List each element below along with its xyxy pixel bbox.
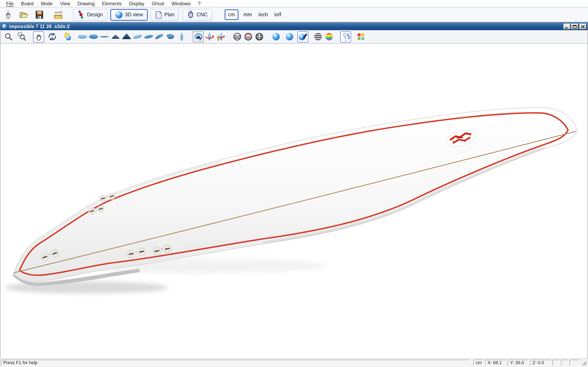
design-mode-icon <box>78 11 85 19</box>
view-top-button[interactable] <box>77 31 88 42</box>
document-titlebar[interactable]: impossible 7 11 26 .s3dx:2 <box>0 22 588 30</box>
application-window: File Board Mode View Drawing Elements Di… <box>0 0 588 367</box>
pan-hand-icon <box>34 32 43 41</box>
3d-view-label: 3D view <box>125 12 143 17</box>
view-outline-button[interactable] <box>176 31 187 42</box>
auto-rotate-icon <box>193 32 203 42</box>
wireframe-red-sphere-icon <box>243 32 252 41</box>
3d-view-icon <box>115 11 123 18</box>
color-squares-button[interactable] <box>355 31 366 42</box>
menu-board[interactable]: Board <box>17 1 37 6</box>
menu-bar: File Board Mode View Drawing Elements Di… <box>0 0 588 7</box>
maximize-icon <box>572 25 577 28</box>
open-button[interactable] <box>17 8 30 21</box>
status-bar: Press F1 for help cm X: 68.1 Y: 36.0 Z: … <box>0 359 588 366</box>
rotate-axis-icon <box>204 32 214 42</box>
close-button[interactable] <box>579 24 586 29</box>
design-mode-button[interactable]: Design <box>73 9 107 21</box>
auto-rotate-button[interactable] <box>193 31 204 42</box>
rotate-flip-icon <box>215 32 225 42</box>
three-quarter-back-button[interactable] <box>165 31 176 42</box>
status-empty-3 <box>570 359 580 366</box>
minimize-button[interactable] <box>563 24 571 29</box>
stripes-rainbow-sphere-icon <box>324 32 333 41</box>
perspective-top-button[interactable] <box>132 31 143 42</box>
status-z: Z: 0.0 <box>530 359 551 366</box>
zoom-window-button[interactable] <box>16 31 27 42</box>
open-icon <box>19 10 29 20</box>
menu-file[interactable]: File <box>2 1 17 6</box>
render-sphere-button[interactable] <box>270 31 281 42</box>
pan-hand-button[interactable] <box>33 31 44 42</box>
menu-help[interactable]: ? <box>194 1 204 6</box>
unit-mm[interactable]: mm <box>240 12 255 17</box>
symmetry-icon <box>341 32 351 42</box>
zoom-window-icon <box>17 32 26 41</box>
rotate-3d-icon <box>48 32 57 41</box>
menu-drawing[interactable]: Drawing <box>74 1 98 6</box>
wireframe-sphere-button[interactable] <box>232 31 242 42</box>
menu-windows[interactable]: Windows <box>168 1 194 6</box>
cnc-mode-icon <box>187 11 195 19</box>
3d-view-mode-button[interactable]: 3D view <box>110 9 148 21</box>
smooth-sphere-button[interactable] <box>284 31 295 42</box>
view-bottom-icon <box>88 32 98 41</box>
edit-design-icon <box>298 32 308 42</box>
document-window: impossible 7 11 26 .s3dx:2 <box>0 22 588 359</box>
wireframe-red-sphere-button[interactable] <box>242 31 254 42</box>
stripes-gray-sphere-button[interactable] <box>312 31 323 42</box>
unit-inf[interactable]: in/f <box>271 12 285 17</box>
close-icon <box>581 25 585 28</box>
zoom-button[interactable] <box>3 31 14 42</box>
plan-mode-button[interactable]: Plan <box>151 9 179 21</box>
perspective-bottom-button[interactable] <box>143 31 154 42</box>
view-toolbar <box>0 30 588 44</box>
stripes-rainbow-sphere-button[interactable] <box>323 31 334 42</box>
section-back-button[interactable] <box>121 31 132 42</box>
status-empty-1 <box>553 359 560 366</box>
cnc-mode-button[interactable]: CNC <box>183 9 212 21</box>
perspective-bottom-icon <box>144 32 153 41</box>
maximize-button[interactable] <box>571 24 578 29</box>
unit-cm[interactable]: cm <box>224 9 238 20</box>
plan-mode-icon <box>155 11 162 18</box>
three-quarter-front-icon <box>155 32 164 41</box>
unit-inch[interactable]: inch <box>255 12 271 17</box>
save-icon <box>34 10 44 20</box>
resize-grip-icon <box>581 359 587 366</box>
section-front-button[interactable] <box>110 31 121 42</box>
rotate-flip-button[interactable] <box>215 31 226 42</box>
wireframe-sphere-icon <box>233 32 242 41</box>
new-board-icon <box>3 10 13 20</box>
light-button[interactable] <box>62 31 73 42</box>
cnc-mode-label: CNC <box>197 12 208 17</box>
menu-ghost[interactable]: Ghost <box>148 1 168 6</box>
stripes-gray-sphere-icon <box>313 32 322 41</box>
symmetry-button[interactable] <box>340 31 351 42</box>
3d-viewport[interactable] <box>0 44 588 359</box>
plan-mode-label: Plan <box>164 12 174 17</box>
resize-grip[interactable] <box>581 359 587 366</box>
menu-display[interactable]: Display <box>125 1 148 6</box>
view-bottom-button[interactable] <box>88 31 99 42</box>
save-button[interactable] <box>33 8 45 21</box>
rotate-3d-button[interactable] <box>47 31 58 42</box>
dimensions-button[interactable] <box>53 8 65 21</box>
menu-elements[interactable]: Elements <box>98 1 125 6</box>
view-side-button[interactable] <box>99 31 110 42</box>
view-side-icon <box>99 32 109 41</box>
render-sphere-icon <box>271 32 280 41</box>
menu-view[interactable]: View <box>56 1 74 6</box>
view-top-icon <box>77 32 87 41</box>
menu-mode[interactable]: Mode <box>37 1 56 6</box>
new-board-button[interactable] <box>2 8 14 21</box>
board-3d-render[interactable] <box>0 44 588 359</box>
wireframe-globe-button[interactable] <box>254 31 265 42</box>
dimensions-icon <box>53 9 64 20</box>
three-quarter-front-button[interactable] <box>154 31 165 42</box>
edit-design-button[interactable] <box>297 31 308 42</box>
rotate-axis-button[interactable] <box>204 31 215 42</box>
main-toolbar: Design 3D view Plan <box>0 7 588 22</box>
section-front-icon <box>111 32 120 41</box>
wireframe-globe-icon <box>255 32 264 41</box>
